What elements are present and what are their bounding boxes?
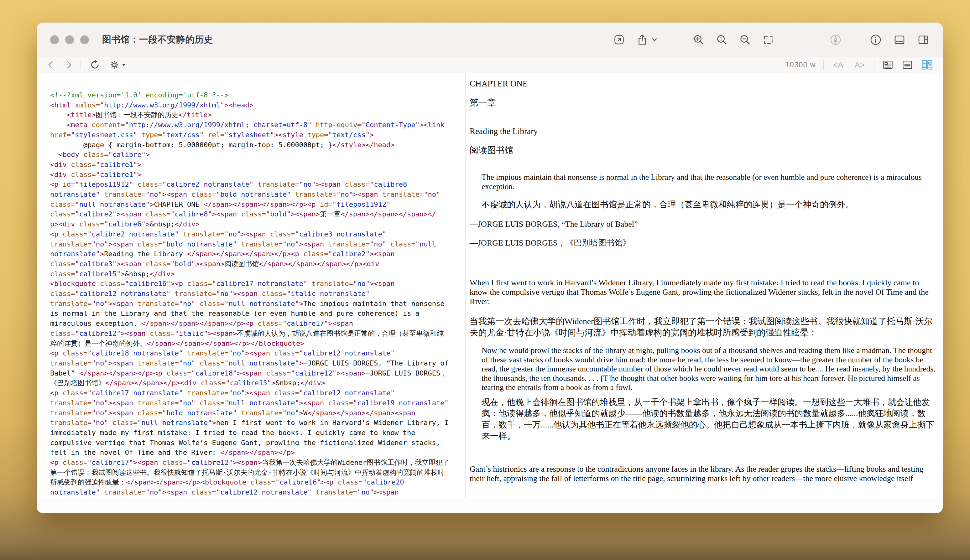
- open-external-button[interactable]: [613, 33, 626, 47]
- gear-icon: [109, 60, 120, 70]
- sidebar-toggle-icon: [917, 33, 930, 47]
- nav-action-group: [90, 60, 126, 70]
- reader-paragraph: —JORGE LUIS BORGES, “The Library of Babe…: [470, 220, 937, 229]
- titlebar[interactable]: 图书馆：一段不安静的历史: [37, 23, 943, 57]
- fit-to-window-icon: [762, 33, 775, 47]
- share-icon: [636, 33, 649, 47]
- reader-paragraph: Now he would prowl the stacks of the lib…: [470, 346, 937, 392]
- reader-pane[interactable]: CHAPTER ONE第一章Reading the Library阅读图书馆Th…: [466, 73, 943, 498]
- zoom-in-icon: [692, 33, 705, 47]
- zoom-out-icon: [738, 33, 751, 47]
- reader-paragraph: 当我第一次去哈佛大学的Widener图书馆工作时，我立即犯了第一个错误：我试图阅…: [470, 316, 937, 338]
- split-view: <!--?xml version='1.0' encoding='utf-8'?…: [37, 73, 943, 498]
- open-external-icon: [613, 33, 626, 47]
- source-code: <!--?xml version='1.0' encoding='utf-8'?…: [50, 90, 462, 498]
- forward-button[interactable]: [64, 60, 73, 70]
- reader-paragraph: Reading the Library: [470, 126, 937, 137]
- reader-paragraph: 现在，他晚上会徘徊在图书馆的堆栈里，从一千个书架上拿出书，像个疯子一样阅读。一想…: [470, 397, 937, 442]
- reader-paragraph: Gant’s histrionics are a response to the…: [470, 465, 937, 483]
- text-view-button[interactable]: [902, 60, 913, 70]
- app-window: 图书馆：一段不安静的历史: [37, 23, 943, 513]
- svg-text:1: 1: [720, 36, 722, 41]
- text-view-icon: [902, 60, 913, 70]
- zoom-actual-size-button[interactable]: 1: [715, 33, 728, 47]
- word-count: 10300 w: [785, 60, 816, 69]
- book-view-icon: [921, 59, 933, 70]
- info-button[interactable]: [869, 33, 883, 47]
- bottom-bar-icon: [893, 33, 907, 47]
- reader-paragraph: When I first went to work in Harvard’s W…: [470, 278, 937, 306]
- markup-pen-icon: [829, 33, 843, 47]
- toolbar-separator: [823, 60, 824, 70]
- reader-paragraph: 阅读图书馆: [470, 145, 937, 156]
- nav-history-group: [46, 60, 73, 70]
- traffic-lights: [50, 35, 89, 44]
- bottom-bar-toggle-button[interactable]: [893, 33, 907, 47]
- back-button[interactable]: [46, 60, 55, 70]
- dropdown-triangle-icon: [122, 63, 126, 67]
- back-icon: [46, 60, 55, 70]
- close-button[interactable]: [50, 35, 59, 44]
- reader-paragraph: The impious maintain that nonsense is no…: [470, 173, 937, 191]
- settings-button[interactable]: [109, 60, 126, 70]
- titlebar-actions: 1: [613, 33, 930, 47]
- font-decrease-button[interactable]: <A: [831, 60, 845, 70]
- bottom-bar: [37, 498, 943, 513]
- reader-paragraph: 第一章: [470, 97, 937, 108]
- navigation-toolbar: 10300 w <A A>: [37, 57, 943, 73]
- thumbnail-view-button[interactable]: [882, 60, 894, 70]
- fit-to-window-button[interactable]: [762, 33, 775, 47]
- zoom-window-button[interactable]: [80, 35, 89, 44]
- zoom-actual-size-icon: 1: [715, 33, 728, 47]
- source-pane[interactable]: <!--?xml version='1.0' encoding='utf-8'?…: [37, 73, 465, 498]
- window-title: 图书馆：一段不安静的历史: [102, 33, 213, 46]
- font-increase-button[interactable]: A>: [853, 60, 866, 70]
- zoom-out-button[interactable]: [738, 33, 751, 47]
- markup-pen-button[interactable]: [829, 33, 843, 47]
- zoom-in-button[interactable]: [692, 33, 705, 47]
- minimize-button[interactable]: [65, 35, 74, 44]
- reader-controls-group: 10300 w <A A>: [785, 59, 933, 70]
- reader-paragraph: CHAPTER ONE: [470, 78, 937, 89]
- reader-paragraph: —JORGE LUIS BORGES，《巴别塔图书馆》: [470, 238, 937, 248]
- toolbar-separator: [874, 60, 875, 70]
- chevron-down-icon: [652, 38, 657, 42]
- reload-icon: [90, 60, 100, 70]
- toolbar-separator: [80, 60, 81, 70]
- desktop-background: 图书馆：一段不安静的历史: [0, 0, 970, 560]
- thumbnail-view-icon: [882, 60, 894, 70]
- book-view-button[interactable]: [921, 59, 933, 70]
- reload-button[interactable]: [90, 60, 100, 70]
- info-icon: [869, 33, 883, 47]
- share-button[interactable]: [636, 33, 657, 47]
- forward-icon: [64, 60, 73, 70]
- sidebar-toggle-button[interactable]: [917, 33, 930, 47]
- reader-paragraph: 不虔诚的人认为，胡说八道在图书馆是正常的，合理（甚至卑微和纯粹的连贯）是一个神奇…: [470, 199, 937, 210]
